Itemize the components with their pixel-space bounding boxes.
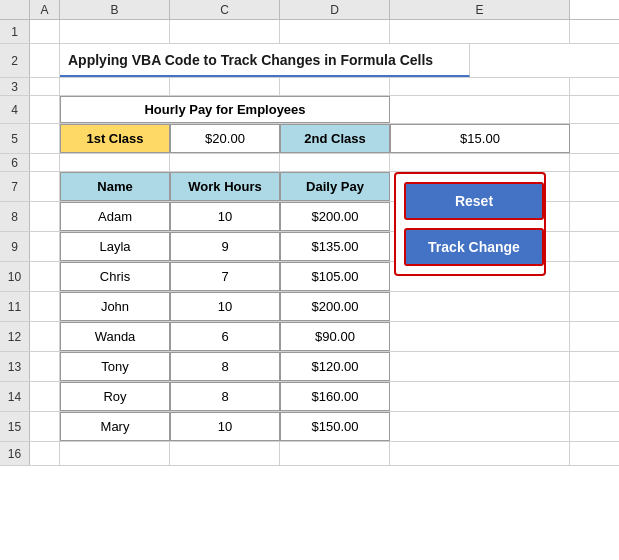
col-header-b: B — [60, 0, 170, 19]
row14-name: Roy — [60, 382, 170, 411]
spreadsheet: A B C D E 1 2 Applying VBA Code to Track… — [0, 0, 619, 560]
cell-6d — [280, 154, 390, 171]
row11-pay: $200.00 — [280, 292, 390, 321]
cell-2e — [470, 44, 619, 77]
cell-13e — [390, 352, 570, 381]
tbl-header-hours: Work Hours — [170, 172, 280, 201]
cell-3a — [30, 78, 60, 95]
row-11: 11 John 10 $200.00 — [0, 292, 619, 322]
rownum-8: 8 — [0, 202, 30, 231]
cell-9a — [30, 232, 60, 261]
row15-name: Mary — [60, 412, 170, 441]
row-13: 13 Tony 8 $120.00 — [0, 352, 619, 382]
cell-11a — [30, 292, 60, 321]
hp-2nd-class-value: $15.00 — [390, 124, 570, 153]
rownum-10: 10 — [0, 262, 30, 291]
rownum-4: 4 — [0, 96, 30, 123]
row-12: 12 Wanda 6 $90.00 — [0, 322, 619, 352]
cell-7e: Reset Track Change — [390, 172, 570, 201]
cell-16e — [390, 442, 570, 465]
cell-12a — [30, 322, 60, 351]
row12-pay: $90.00 — [280, 322, 390, 351]
cell-6c — [170, 154, 280, 171]
row-14: 14 Roy 8 $160.00 — [0, 382, 619, 412]
row-16: 16 — [0, 442, 619, 466]
cell-6e — [390, 154, 570, 171]
row-1: 1 — [0, 20, 619, 44]
row-15: 15 Mary 10 $150.00 — [0, 412, 619, 442]
cell-15a — [30, 412, 60, 441]
cell-6b — [60, 154, 170, 171]
buttons-container: Reset Track Change — [394, 172, 546, 276]
rownum-11: 11 — [0, 292, 30, 321]
rownum-9: 9 — [0, 232, 30, 261]
row8-hours: 10 — [170, 202, 280, 231]
cell-6a — [30, 154, 60, 171]
cell-1c — [170, 20, 280, 43]
rownum-7: 7 — [0, 172, 30, 201]
rownum-5: 5 — [0, 124, 30, 153]
rownum-12: 12 — [0, 322, 30, 351]
row11-name: John — [60, 292, 170, 321]
row10-hours: 7 — [170, 262, 280, 291]
cell-3d — [280, 78, 390, 95]
row14-pay: $160.00 — [280, 382, 390, 411]
row-2: 2 Applying VBA Code to Track Changes in … — [0, 44, 619, 78]
hp-1st-class-label: 1st Class — [60, 124, 170, 153]
cell-2b-title: Applying VBA Code to Track Changes in Fo… — [60, 44, 470, 77]
rownum-2: 2 — [0, 44, 30, 77]
cell-4a — [30, 96, 60, 123]
col-header-a: A — [30, 0, 60, 19]
cell-3b — [60, 78, 170, 95]
cell-1a — [30, 20, 60, 43]
track-change-button[interactable]: Track Change — [404, 228, 544, 266]
rownum-15: 15 — [0, 412, 30, 441]
row12-name: Wanda — [60, 322, 170, 351]
col-header-c: C — [170, 0, 280, 19]
row-3: 3 — [0, 78, 619, 96]
cell-1d — [280, 20, 390, 43]
tbl-header-name: Name — [60, 172, 170, 201]
corner-cell — [0, 0, 30, 19]
grid: 1 2 Applying VBA Code to Track Changes i… — [0, 20, 619, 560]
row10-pay: $105.00 — [280, 262, 390, 291]
cell-16d — [280, 442, 390, 465]
row-5: 5 1st Class $20.00 2nd Class $15.00 — [0, 124, 619, 154]
row12-hours: 6 — [170, 322, 280, 351]
row10-name: Chris — [60, 262, 170, 291]
cell-11e — [390, 292, 570, 321]
cell-14a — [30, 382, 60, 411]
row15-hours: 10 — [170, 412, 280, 441]
cell-5a — [30, 124, 60, 153]
cell-1e — [390, 20, 570, 43]
row11-hours: 10 — [170, 292, 280, 321]
reset-button[interactable]: Reset — [404, 182, 544, 220]
cell-1b — [60, 20, 170, 43]
col-header-e: E — [390, 0, 570, 19]
rownum-13: 13 — [0, 352, 30, 381]
row8-name: Adam — [60, 202, 170, 231]
row9-name: Layla — [60, 232, 170, 261]
row14-hours: 8 — [170, 382, 280, 411]
column-headers: A B C D E — [0, 0, 619, 20]
hp-header: Hourly Pay for Employees — [60, 96, 390, 123]
cell-3c — [170, 78, 280, 95]
cell-16b — [60, 442, 170, 465]
row15-pay: $150.00 — [280, 412, 390, 441]
rownum-14: 14 — [0, 382, 30, 411]
row8-pay: $200.00 — [280, 202, 390, 231]
row9-pay: $135.00 — [280, 232, 390, 261]
cell-15e — [390, 412, 570, 441]
cell-8a — [30, 202, 60, 231]
rownum-3: 3 — [0, 78, 30, 95]
cell-2a — [30, 44, 60, 77]
row9-hours: 9 — [170, 232, 280, 261]
row-6: 6 — [0, 154, 619, 172]
rownum-6: 6 — [0, 154, 30, 171]
col-header-d: D — [280, 0, 390, 19]
hp-1st-class-value: $20.00 — [170, 124, 280, 153]
hp-2nd-class-label: 2nd Class — [280, 124, 390, 153]
cell-4e — [390, 96, 570, 123]
cell-13a — [30, 352, 60, 381]
cell-12e — [390, 322, 570, 351]
